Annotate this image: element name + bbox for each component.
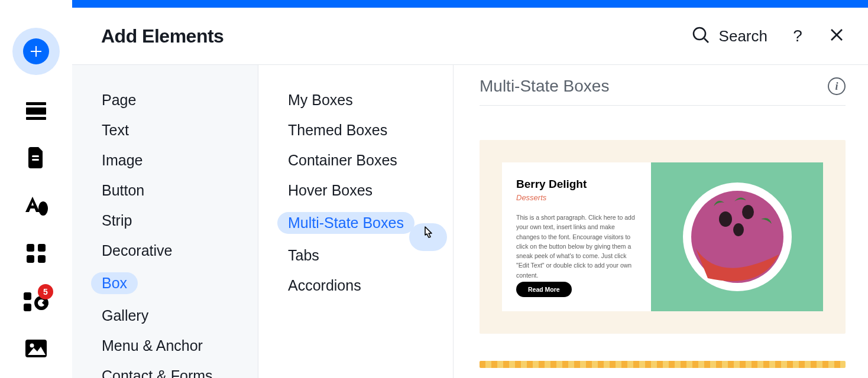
preview-card: Berry Delight Desserts This is a short p… — [502, 162, 823, 311]
category-image[interactable]: Image — [72, 145, 258, 175]
svg-rect-4 — [32, 159, 39, 161]
svg-rect-1 — [26, 107, 46, 115]
preview-subtitle: Desserts — [516, 193, 639, 202]
search-label: Search — [719, 27, 767, 45]
search-button[interactable]: Search — [692, 26, 767, 46]
svg-rect-10 — [24, 304, 31, 311]
gallery-title: Multi-State Boxes — [480, 77, 828, 96]
category-page[interactable]: Page — [72, 85, 258, 115]
svg-rect-2 — [26, 117, 46, 120]
svg-rect-3 — [32, 155, 39, 157]
preview-title: Berry Delight — [516, 178, 639, 191]
category-gallery[interactable]: Gallery — [72, 301, 258, 331]
app-market-icon[interactable]: 5 — [24, 291, 48, 312]
svg-rect-0 — [26, 102, 46, 105]
sub-hover-boxes[interactable]: Hover Boxes — [258, 175, 453, 206]
sub-accordions[interactable]: Accordions — [258, 271, 453, 301]
close-icon — [830, 28, 843, 44]
theme-icon[interactable] — [24, 195, 48, 216]
subcategory-list: My Boxes Themed Boxes Container Boxes Ho… — [258, 65, 454, 378]
sub-container-boxes[interactable]: Container Boxes — [258, 145, 453, 175]
info-button[interactable]: i — [828, 77, 846, 95]
sub-multi-state-boxes[interactable]: Multi-State Boxes — [258, 206, 453, 240]
panel-title: Add Elements — [101, 25, 224, 47]
category-list: Page Text Image Button Strip Decorative … — [72, 65, 258, 378]
svg-rect-6 — [38, 244, 46, 252]
media-icon[interactable] — [24, 340, 48, 357]
help-button[interactable]: ? — [790, 27, 805, 45]
svg-point-13 — [30, 344, 34, 348]
panel-body: Page Text Image Button Strip Decorative … — [72, 65, 868, 378]
svg-line-15 — [704, 38, 708, 43]
section-icon[interactable] — [24, 102, 48, 120]
left-rail: 5 — [0, 0, 72, 378]
panel-header: Add Elements Search ? — [72, 8, 868, 65]
category-strip[interactable]: Strip — [72, 206, 258, 236]
svg-point-20 — [719, 211, 732, 227]
preview-read-more-button: Read More — [516, 282, 572, 297]
notification-badge: 5 — [38, 284, 53, 299]
sub-my-boxes[interactable]: My Boxes — [258, 85, 453, 115]
category-contact-forms[interactable]: Contact & Forms — [72, 361, 258, 378]
svg-rect-8 — [38, 255, 46, 263]
svg-rect-9 — [24, 292, 31, 300]
svg-point-14 — [694, 28, 705, 40]
search-icon — [692, 26, 710, 46]
element-preview-multistate-1[interactable]: Berry Delight Desserts This is a short p… — [480, 140, 846, 334]
svg-point-21 — [742, 205, 754, 219]
top-accent-bar — [72, 0, 868, 8]
close-button[interactable] — [830, 28, 843, 44]
preview-image — [651, 162, 823, 311]
element-gallery: Multi-State Boxes i Berry Delight Desser… — [454, 65, 868, 378]
sub-themed-boxes[interactable]: Themed Boxes — [258, 115, 453, 145]
category-menu-anchor[interactable]: Menu & Anchor — [72, 331, 258, 361]
add-elements-panel: Add Elements Search ? Page Text Image Bu… — [72, 8, 868, 378]
category-text[interactable]: Text — [72, 115, 258, 145]
category-box[interactable]: Box — [72, 266, 258, 301]
element-preview-multistate-2[interactable] — [480, 361, 846, 368]
preview-paragraph: This is a short paragraph. Click here to… — [516, 213, 639, 280]
svg-rect-7 — [27, 255, 34, 263]
sub-tabs[interactable]: Tabs — [258, 240, 453, 271]
svg-rect-5 — [27, 244, 34, 252]
page-icon[interactable] — [24, 147, 48, 168]
gallery-header: Multi-State Boxes i — [480, 77, 846, 106]
category-decorative[interactable]: Decorative — [72, 236, 258, 266]
apps-icon[interactable] — [24, 243, 48, 264]
add-elements-button[interactable] — [12, 28, 60, 75]
svg-point-22 — [733, 223, 744, 236]
preview-text-col: Berry Delight Desserts This is a short p… — [502, 162, 651, 311]
plus-icon — [23, 38, 49, 64]
category-button[interactable]: Button — [72, 175, 258, 206]
